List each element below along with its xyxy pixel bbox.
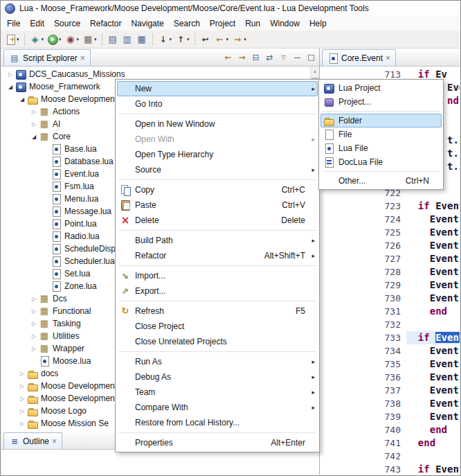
code-line: 735 Event.I	[320, 358, 460, 371]
back-button[interactable]	[222, 51, 234, 63]
code-text: Event.I	[406, 344, 460, 358]
expanded-arrow-icon[interactable]: ◢	[6, 84, 15, 90]
collapsed-arrow-icon[interactable]: ▷	[17, 383, 27, 389]
code-text: end	[406, 423, 460, 437]
menu-item-import[interactable]: Import...	[117, 268, 318, 283]
lua-file-icon	[51, 256, 62, 267]
menubar-item-file[interactable]: File	[2, 17, 25, 30]
expanded-arrow-icon[interactable]: ◢	[29, 134, 39, 140]
close-icon[interactable]	[52, 437, 57, 446]
collapsed-arrow-icon[interactable]: ▷	[29, 346, 39, 352]
grid-button[interactable]	[135, 32, 149, 47]
menu-item-doclua-file[interactable]: DocLua File	[320, 155, 442, 169]
menu-item-refactor[interactable]: RefactorAlt+Shift+T▸	[117, 248, 318, 263]
menu-item-close-project[interactable]: Close Project	[117, 319, 318, 334]
minimize-button[interactable]	[291, 51, 303, 63]
menubar-item-run[interactable]: Run	[240, 17, 265, 30]
code-line: 736 Event.I	[320, 371, 460, 384]
expanded-arrow-icon[interactable]: ◢	[17, 96, 27, 103]
menubar-item-window[interactable]: Window	[265, 17, 305, 30]
external-tools-button[interactable]: ▾	[81, 32, 98, 47]
tab-core-event[interactable]: Core.Event	[322, 49, 396, 66]
menu-item-folder[interactable]: Folder	[320, 114, 442, 127]
open-element-button[interactable]	[106, 32, 120, 47]
close-icon[interactable]	[386, 53, 390, 63]
view-menu-button[interactable]	[278, 51, 289, 63]
package-icon	[39, 131, 50, 142]
menu-item-debug-as[interactable]: Debug As▸	[117, 369, 318, 385]
tab-script-explorer[interactable]: Script Explorer	[3, 49, 91, 66]
close-icon[interactable]	[80, 53, 85, 63]
menu-item-lua-project[interactable]: Lua Project	[320, 81, 442, 95]
code-line: 731 end	[320, 305, 460, 318]
maximize-button[interactable]	[305, 51, 317, 63]
collapsed-arrow-icon[interactable]: ▷	[17, 408, 27, 414]
collapsed-arrow-icon[interactable]: ▷	[17, 396, 27, 402]
collapsed-arrow-icon[interactable]: ▷	[29, 308, 39, 315]
link-with-editor-button[interactable]	[264, 51, 275, 63]
menu-item-lua-file[interactable]: Lua File	[320, 141, 442, 155]
collapsed-arrow-icon[interactable]: ▷	[29, 321, 39, 327]
menu-item-build-path[interactable]: Build Path▸	[117, 233, 318, 248]
collapsed-arrow-icon[interactable]: ▷	[29, 333, 39, 340]
forward-button[interactable]: ▾	[230, 32, 248, 47]
menu-item-properties[interactable]: PropertiesAlt+Enter	[117, 435, 318, 450]
menu-item-export[interactable]: Export...	[117, 283, 318, 299]
submenu-arrow-icon: ▸	[311, 248, 315, 263]
menu-item-close-unrelated-projects[interactable]: Close Unrelated Projects	[117, 334, 318, 349]
forward-button[interactable]	[236, 51, 248, 63]
menubar-item-navigate[interactable]: Navigate	[126, 17, 168, 30]
menu-item-compare-with[interactable]: Compare With▸	[117, 400, 318, 415]
menu-item-label: Export...	[132, 286, 315, 296]
tree-item-label: Actions	[53, 107, 80, 116]
menu-item-label: New	[132, 84, 315, 94]
menu-item-restore-from-local-history[interactable]: Restore from Local History...	[117, 415, 318, 430]
collapsed-arrow-icon[interactable]: ▷	[17, 371, 27, 377]
menu-item-run-as[interactable]: Run As▸	[117, 354, 318, 369]
menu-item-delete[interactable]: DeleteDelete	[117, 213, 318, 228]
menubar-item-source[interactable]: Source	[49, 17, 85, 30]
run-button[interactable]: ▾	[46, 32, 63, 47]
menu-separator	[118, 351, 316, 352]
menu-item-source[interactable]: Source▸	[117, 162, 318, 177]
collapsed-arrow-icon[interactable]: ▷	[6, 71, 15, 78]
scroll-up-icon[interactable]	[311, 67, 319, 76]
code-token: Event.I	[406, 266, 460, 277]
code-token	[406, 306, 430, 317]
menu-item-open-in-new-window[interactable]: Open in New Window	[117, 116, 318, 132]
collapsed-arrow-icon[interactable]: ▷	[29, 109, 39, 115]
tab-outline[interactable]: Outline	[3, 432, 62, 449]
menu-item-refresh[interactable]: RefreshF5	[117, 303, 318, 319]
menubar-item-edit[interactable]: Edit	[25, 17, 49, 30]
collapsed-arrow-icon[interactable]: ▷	[17, 421, 27, 427]
next-annotation-button[interactable]: ▾	[156, 32, 174, 47]
menu-item-copy[interactable]: CopyCtrl+C	[117, 182, 318, 197]
last-edit-button[interactable]	[199, 32, 213, 47]
menu-item-new[interactable]: New▸	[117, 81, 318, 96]
collapsed-arrow-icon[interactable]: ▷	[29, 296, 39, 302]
menu-item-file[interactable]: File	[320, 127, 442, 141]
menubar-item-refactor[interactable]: Refactor	[85, 17, 126, 30]
menu-item-label: Lua Project	[336, 83, 439, 93]
doclua-file-icon	[323, 157, 334, 168]
new-wizard-button[interactable]: ▾	[3, 32, 21, 47]
tree-item-label: Menu.lua	[64, 194, 98, 204]
menu-item-team[interactable]: Team▸	[117, 385, 318, 400]
lua-project-icon	[15, 69, 26, 80]
menubar-item-help[interactable]: Help	[305, 17, 332, 30]
collapsed-arrow-icon[interactable]: ▷	[29, 121, 39, 127]
toolbar-separator	[24, 33, 25, 46]
menu-item-open-type-hierarchy[interactable]: Open Type Hierarchy	[117, 147, 318, 162]
prev-annotation-button[interactable]: ▾	[174, 32, 191, 47]
back-button[interactable]: ▾	[213, 32, 230, 47]
menu-item-go-into[interactable]: Go Into	[117, 96, 318, 112]
menu-item-paste[interactable]: PasteCtrl+V	[117, 197, 318, 213]
menubar-item-project[interactable]: Project	[205, 17, 240, 30]
collapse-all-button[interactable]	[250, 51, 262, 63]
debug-button[interactable]: ▾	[28, 32, 46, 47]
menubar-item-search[interactable]: Search	[169, 17, 205, 30]
menu-item-project[interactable]: Project...	[320, 95, 442, 109]
menu-item-other[interactable]: Other...Ctrl+N	[320, 174, 442, 188]
outline-sm-button[interactable]	[120, 32, 134, 47]
coverage-button[interactable]: ▾	[64, 32, 81, 47]
